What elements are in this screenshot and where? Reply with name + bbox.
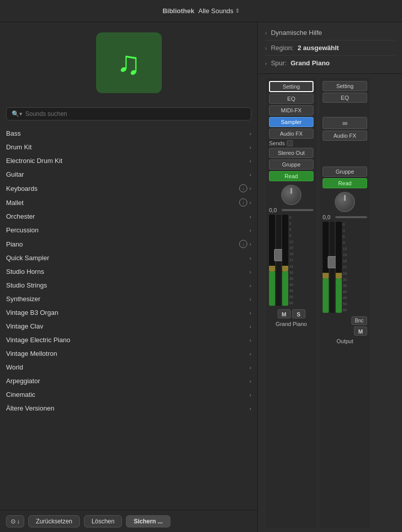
chevron-right-region-icon: ›	[265, 45, 267, 51]
channel2-knob[interactable]	[335, 192, 355, 212]
right-panel: › Dynamische Hilfe › Region: 2 ausgewähl…	[258, 22, 402, 532]
list-item[interactable]: Piano↓›	[0, 237, 257, 251]
music-note-icon: ♫	[117, 47, 141, 79]
list-item[interactable]: Guitar›	[0, 168, 257, 181]
channel2-vu-right	[336, 222, 342, 313]
channel1-setting-btn[interactable]: Setting	[269, 81, 314, 92]
list-item-label: Electronic Drum Kit	[6, 157, 249, 165]
list-item[interactable]: Drum Kit›	[0, 140, 257, 154]
channel2-fader-track[interactable]	[330, 222, 335, 313]
channel1-s-btn[interactable]: S	[292, 309, 305, 318]
channel1-stereoout-btn[interactable]: Stereo Out	[269, 148, 314, 158]
list-item[interactable]: Vintage Mellotron›	[0, 347, 257, 360]
channel1-read-btn[interactable]: Read	[269, 171, 314, 181]
icon-area: ♫	[0, 22, 257, 103]
library-title: Bibliothek	[162, 7, 194, 15]
channel1-fader-track[interactable]	[276, 215, 281, 306]
channel2-link-btn[interactable]: ∞	[323, 117, 367, 129]
channel2-read-btn[interactable]: Read	[323, 178, 367, 188]
chevron-right-track-icon: ›	[265, 60, 267, 66]
channel1-vu-scale: 03691215182124303540455060	[289, 215, 297, 306]
list-item-label: Orchester	[6, 213, 249, 220]
channel1-sends-row: Sends	[269, 140, 314, 146]
list-item[interactable]: World›	[0, 360, 257, 374]
channel1-vol-value: 0,0	[269, 207, 280, 213]
region-label: Region:	[271, 44, 294, 52]
list-item[interactable]: Keyboards↓›	[0, 181, 257, 195]
chevron-right-icon: ›	[249, 172, 251, 178]
list-item-label: Keyboards	[6, 185, 239, 192]
list-item-label: Mallet	[6, 199, 239, 207]
channel2-setting-btn[interactable]: Setting	[323, 81, 367, 91]
download-icon[interactable]: ↓	[239, 184, 247, 192]
list-item[interactable]: Ältere Versionen›	[0, 401, 257, 415]
reset-button[interactable]: Zurücksetzen	[28, 515, 80, 527]
list-item-label: Cinematic	[6, 391, 249, 398]
list-item-label: Piano	[6, 240, 239, 248]
circle-arrow-button[interactable]: ⊙ ↓	[6, 515, 24, 527]
channel2-gruppe-btn[interactable]: Gruppe	[323, 167, 367, 177]
sound-list: Bass›Drum Kit›Electronic Drum Kit›Guitar…	[0, 125, 257, 510]
region-value: 2 ausgewählt	[297, 44, 339, 52]
download-icon[interactable]: ↓	[239, 198, 247, 207]
channel1-midifx-btn[interactable]: MIDI-FX	[269, 105, 314, 115]
list-item[interactable]: Vintage Electric Piano›	[0, 333, 257, 347]
chevron-right-icon: ›	[249, 282, 251, 289]
channel1-sampler-btn[interactable]: Sampler	[269, 117, 314, 127]
dynamic-help-row[interactable]: › Dynamische Hilfe	[265, 26, 395, 39]
list-item[interactable]: Orchester›	[0, 210, 257, 223]
delete-button[interactable]: Löschen	[84, 515, 122, 527]
channel1-m-btn[interactable]: M	[278, 309, 291, 318]
chevron-right-icon: ›	[249, 199, 251, 206]
track-row[interactable]: › Spur: Grand Piano	[265, 57, 395, 69]
channel2-eq-btn[interactable]: EQ	[323, 93, 367, 103]
list-item[interactable]: Studio Strings›	[0, 278, 257, 292]
channel2-vol-slider[interactable]	[335, 216, 367, 218]
channel1-knob[interactable]	[281, 185, 301, 205]
chevron-right-icon: ›	[249, 227, 251, 233]
list-item[interactable]: Quick Sampler›	[0, 251, 257, 265]
list-item[interactable]: Mallet↓›	[0, 195, 257, 210]
list-item[interactable]: Percussion›	[0, 223, 257, 237]
channel1-eq-btn[interactable]: EQ	[269, 94, 314, 104]
list-item[interactable]: Bass›	[0, 127, 257, 140]
save-button[interactable]: Sichern ...	[126, 515, 170, 527]
list-item-label: Vintage Mellotron	[6, 350, 249, 357]
channel2-m-btn[interactable]: M	[354, 326, 367, 336]
list-item-label: Quick Sampler	[6, 254, 249, 262]
search-area: 🔍▾	[0, 103, 257, 125]
chevron-right-icon: ›	[249, 337, 251, 343]
mixer-area: ▶ Setting EQ MIDI-FX Sampler Audio FX Se…	[258, 74, 402, 532]
list-item-label: Guitar	[6, 171, 249, 178]
region-row[interactable]: › Region: 2 ausgewählt	[265, 42, 395, 54]
list-item[interactable]: Studio Horns›	[0, 265, 257, 278]
list-item-label: Bass	[6, 130, 249, 137]
list-item[interactable]: Arpeggiator›	[0, 374, 257, 388]
chevron-right-icon: ›	[249, 144, 251, 150]
download-icon[interactable]: ↓	[239, 240, 247, 248]
channel2-bottom: Bnc M	[323, 316, 367, 336]
channel1-gruppe-btn[interactable]: Gruppe	[269, 159, 314, 170]
chevron-updown-icon: ⇕	[235, 8, 240, 14]
list-item-label: Vintage Electric Piano	[6, 336, 249, 344]
all-sounds-dropdown[interactable]: Alle Sounds ⇕	[198, 7, 239, 15]
track-value: Grand Piano	[291, 59, 330, 67]
chevron-right-icon: ›	[249, 392, 251, 398]
list-item[interactable]: Cinematic›	[0, 388, 257, 401]
channel2-knob-area: 0,0	[323, 192, 367, 220]
channel2-audiofx-btn[interactable]: Audio FX	[323, 131, 367, 141]
list-item[interactable]: Electronic Drum Kit›	[0, 154, 257, 168]
dynamic-help-label: Dynamische Hilfe	[271, 29, 322, 36]
channel1-vol-slider[interactable]	[282, 209, 314, 211]
channel1-vu-right	[282, 215, 288, 306]
list-item[interactable]: Vintage Clav›	[0, 319, 257, 333]
channel2-bnc-btn[interactable]: Bnc	[351, 316, 367, 325]
chevron-right-icon: ›	[249, 378, 251, 384]
list-item[interactable]: Synthesizer›	[0, 292, 257, 306]
list-item[interactable]: Vintage B3 Organ›	[0, 306, 257, 319]
channel1-audiofx-btn[interactable]: Audio FX	[269, 129, 314, 139]
list-item-label: World	[6, 363, 249, 371]
chevron-right-icon: ›	[249, 296, 251, 302]
left-panel: ♫ 🔍▾ Bass›Drum Kit›Electronic Drum Kit›G…	[0, 22, 258, 532]
search-input[interactable]	[25, 110, 246, 117]
